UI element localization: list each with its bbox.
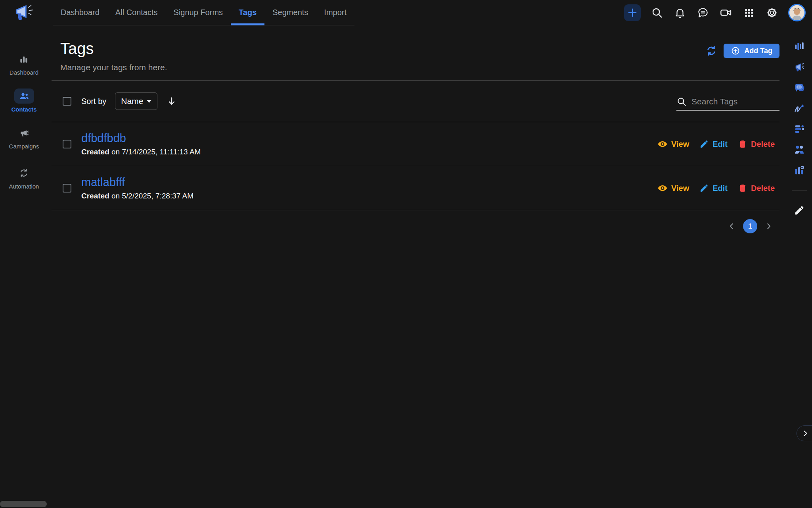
eye-icon <box>657 139 668 149</box>
sync-loop-icon <box>19 168 29 178</box>
apps-grid-icon <box>743 7 755 18</box>
app-logo[interactable] <box>0 0 48 25</box>
plus-circle-icon <box>731 46 740 56</box>
apps-menu-button[interactable] <box>742 6 756 19</box>
campaigns-app-icon[interactable] <box>794 62 805 73</box>
row-actions: View Edit Delete <box>657 139 779 149</box>
page-header: Tags Manage your tags from here. <box>52 25 779 81</box>
tag-name-link[interactable]: matlabfff <box>81 176 193 189</box>
contacts-people-icon <box>19 90 30 102</box>
settings-button[interactable] <box>765 6 779 19</box>
search-tags-box <box>676 96 779 111</box>
tab-segments[interactable]: Segments <box>264 0 316 25</box>
plus-icon <box>627 7 638 18</box>
search-icon <box>676 96 687 107</box>
delete-label: Delete <box>751 140 775 149</box>
sidebar-item-dashboard[interactable]: Dashboard <box>10 52 38 76</box>
main-content: Tags Manage your tags from here. <box>52 25 779 233</box>
notifications-button[interactable] <box>673 6 687 19</box>
created-date: on 5/2/2025, 7:28:37 AM <box>111 192 193 200</box>
trash-icon <box>738 183 747 193</box>
next-page-button[interactable] <box>764 221 774 231</box>
select-all-checkbox[interactable] <box>63 97 71 106</box>
bell-icon <box>674 7 686 19</box>
left-sidebar: Dashboard Contacts Campaigns <box>0 25 48 508</box>
table-row: matlabfff Created on 5/2/2025, 7:28:37 A… <box>52 166 779 210</box>
sidebar-item-label: Contacts <box>11 106 36 113</box>
tab-all-contacts[interactable]: All Contacts <box>107 0 166 25</box>
people-pair-app-icon[interactable] <box>794 144 805 155</box>
page-title: Tags <box>60 40 94 58</box>
sidebar-item-label: Campaigns <box>9 143 39 150</box>
tab-import[interactable]: Import <box>316 0 354 25</box>
sidebar-item-label: Dashboard <box>10 69 38 76</box>
primary-nav-tabs: Dashboard All Contacts Signup Forms Tags… <box>53 0 354 25</box>
sidebar-item-label: Automation <box>9 183 39 190</box>
pencil-icon <box>699 183 709 193</box>
edit-button[interactable]: Edit <box>699 139 728 149</box>
tab-tags[interactable]: Tags <box>231 0 264 25</box>
row-checkbox[interactable] <box>63 140 71 148</box>
tag-created-text: Created on 5/2/2025, 7:28:37 AM <box>81 192 193 200</box>
trash-icon <box>738 139 747 149</box>
delete-button[interactable]: Delete <box>738 183 775 193</box>
user-avatar[interactable] <box>788 4 806 21</box>
tag-name-link[interactable]: dfbdfbdb <box>81 132 201 145</box>
header-actions: Add Tag <box>705 44 779 58</box>
delete-button[interactable]: Delete <box>738 139 775 149</box>
pagination: 1 <box>52 219 779 233</box>
created-label: Created <box>81 192 109 200</box>
quick-create-button[interactable] <box>624 4 641 21</box>
created-label: Created <box>81 148 109 156</box>
rail-expand-toggle[interactable] <box>797 425 812 441</box>
bar-chart-icon <box>19 54 29 64</box>
add-tag-label: Add Tag <box>744 47 772 55</box>
chevron-right-icon <box>801 429 810 438</box>
horizontal-scrollbar-thumb[interactable] <box>0 501 47 507</box>
compose-pencil-icon[interactable] <box>794 205 805 216</box>
topbar: Dashboard All Contacts Signup Forms Tags… <box>0 0 812 25</box>
megaphone-icon <box>19 128 29 138</box>
stats-bars-app-icon[interactable] <box>794 41 805 52</box>
forms-list-app-icon[interactable] <box>794 123 805 135</box>
tab-dashboard[interactable]: Dashboard <box>53 0 107 25</box>
sidebar-item-automation[interactable]: Automation <box>9 165 39 190</box>
prev-page-button[interactable] <box>726 221 737 231</box>
chart-check-app-icon[interactable] <box>794 165 805 176</box>
tag-created-text: Created on 7/14/2025, 11:11:13 AM <box>81 148 201 156</box>
view-label: View <box>671 184 689 193</box>
video-camera-icon <box>720 6 732 19</box>
page-number[interactable]: 1 <box>743 219 757 233</box>
rail-divider <box>792 190 807 190</box>
table-row: dfbdfbdb Created on 7/14/2025, 11:11:13 … <box>52 122 779 166</box>
tab-signup-forms[interactable]: Signup Forms <box>166 0 231 25</box>
row-checkbox[interactable] <box>63 184 71 192</box>
edit-label: Edit <box>712 140 728 149</box>
view-button[interactable]: View <box>657 183 689 193</box>
sort-by-label: Sort by <box>81 97 106 106</box>
sort-direction-button[interactable] <box>167 96 177 106</box>
topbar-actions <box>624 0 812 25</box>
video-call-button[interactable] <box>719 6 733 19</box>
sort-field-select[interactable]: Name <box>115 92 157 110</box>
pencil-icon <box>699 139 709 149</box>
refresh-button[interactable] <box>705 44 718 58</box>
megaphone-logo-icon <box>12 3 36 23</box>
created-date: on 7/14/2025, 11:11:13 AM <box>111 148 201 156</box>
search-input[interactable] <box>691 97 799 106</box>
view-button[interactable]: View <box>657 139 689 149</box>
sidebar-item-campaigns[interactable]: Campaigns <box>9 125 39 150</box>
add-tag-button[interactable]: Add Tag <box>724 44 779 58</box>
gear-icon <box>766 7 778 19</box>
edit-label: Edit <box>712 184 728 193</box>
page-subtitle: Manage your tags from here. <box>60 63 167 72</box>
chat-bot-app-icon[interactable] <box>794 82 805 93</box>
refresh-icon <box>705 45 717 57</box>
chat-button[interactable] <box>696 6 710 19</box>
caret-down-icon <box>147 100 151 103</box>
edit-button[interactable]: Edit <box>699 183 728 193</box>
list-toolbar: Sort by Name <box>52 81 779 122</box>
eye-icon <box>657 183 668 193</box>
sidebar-item-contacts[interactable]: Contacts <box>11 89 36 113</box>
search-button[interactable] <box>650 6 664 19</box>
